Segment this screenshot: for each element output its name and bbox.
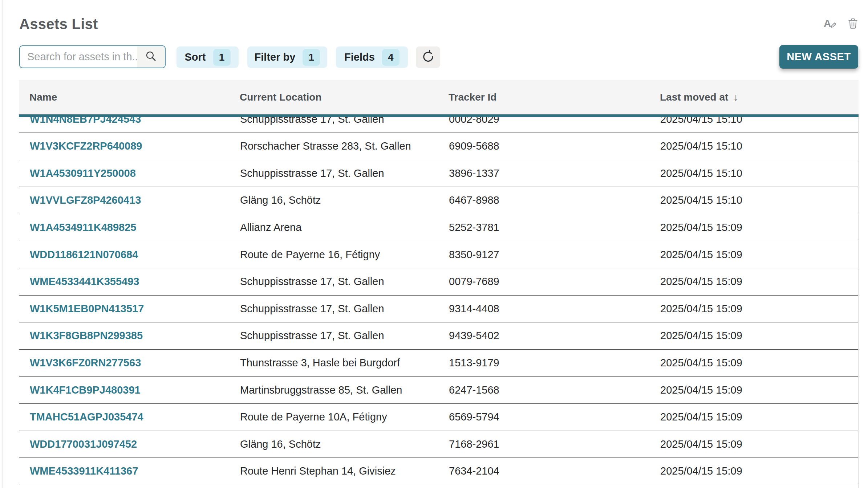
asset-name-link[interactable]: WDD1186121N070684 [19,249,240,261]
filter-by-button-label: Filter by [255,51,296,63]
asset-last-moved-at: 2025/04/15 15:09 [660,384,858,396]
asset-current-location: Route de Payerne 16, Fétigny [240,249,449,261]
assets-table: Name Current Location Tracker Id Last mo… [19,80,859,488]
rename-asset-button[interactable]: A [824,17,837,30]
asset-last-moved-at: 2025/04/15 15:09 [660,357,858,369]
asset-last-moved-at: 2025/04/15 15:10 [660,194,858,206]
asset-tracker-id: 0002-8029 [449,117,660,125]
asset-tracker-id: 6467-8988 [449,194,660,206]
search-icon [145,50,157,64]
sort-count-badge: 1 [213,49,231,66]
search-button[interactable] [137,46,165,68]
asset-last-moved-at: 2025/04/15 15:09 [660,411,858,423]
asset-name-link[interactable]: W1VVLGFZ8P4260413 [19,194,240,206]
asset-current-location: Martinsbruggstrasse 85, St. Gallen [240,384,449,396]
table-row: WDD1770031J097452Gläng 16, Schötz7168-29… [19,431,858,458]
table-row: W1A4530911Y250008Schuppisstrasse 17, St.… [19,160,858,187]
table-row: W1A4534911K489825Allianz Arena5252-37812… [19,214,858,241]
asset-current-location: Schuppisstrasse 17, St. Gallen [240,167,449,179]
asset-name-link[interactable]: W1A4530911Y250008 [19,167,240,179]
refresh-button[interactable] [416,46,440,68]
asset-name-link[interactable]: WDD1770031J097452 [19,438,240,450]
table-row: WDD1186121N070684Route de Payerne 16, Fé… [19,241,858,268]
table-row: TMAHC51AGPJ035474Route de Payerne 10A, F… [19,404,858,431]
asset-tracker-id: 6569-5794 [449,411,660,423]
table-row: W1K3F8GB8PN299385Schuppisstrasse 17, St.… [19,322,858,350]
sort-button-label: Sort [185,51,206,63]
column-header-current-location[interactable]: Current Location [240,92,449,103]
asset-tracker-id: 7634-2104 [449,465,660,477]
table-row: W1K4F1CB9PJ480391Martinsbruggstrasse 85,… [19,377,858,404]
table-row: WME4533441K355493Schuppisstrasse 17, St.… [19,268,858,296]
asset-tracker-id: 9314-4408 [449,303,660,315]
column-header-name[interactable]: Name [19,92,240,103]
asset-tracker-id: 5252-3781 [449,221,660,233]
new-asset-button[interactable]: NEW ASSET [779,45,858,69]
table-row: W1K5M1EB0PN413517Schuppisstrasse 17, St.… [19,296,858,323]
panel-divider [3,0,3,488]
search-box [19,45,166,68]
asset-current-location: Route Henri Stephan 14, Givisiez [240,465,449,477]
asset-name-link[interactable]: TMAHC51AGPJ035474 [19,411,240,423]
table-row: W1N4N8EB7PJ424543Schuppisstrasse 17, St.… [19,117,858,133]
column-header-last-moved-label: Last moved at [660,92,728,103]
refresh-icon [421,50,435,65]
table-rows: W1N4N8EB7PJ424543Schuppisstrasse 17, St.… [19,117,859,488]
asset-current-location: Allianz Arena [240,221,449,233]
asset-name-link[interactable]: WME4533441K355493 [19,276,240,288]
svg-text:A: A [824,18,831,29]
asset-last-moved-at: 2025/04/15 15:09 [660,303,858,315]
asset-tracker-id: 6909-5688 [449,140,660,152]
asset-name-link[interactable]: W1V3KCFZ2RP640089 [19,140,240,152]
asset-current-location: Rorschacher Strasse 283, St. Gallen [240,140,449,152]
table-header: Name Current Location Tracker Id Last mo… [19,80,859,117]
asset-name-link[interactable]: W1K5M1EB0PN413517 [19,303,240,315]
fields-button-label: Fields [344,51,375,63]
asset-last-moved-at: 2025/04/15 15:09 [660,465,858,477]
asset-last-moved-at: 2025/04/15 15:10 [660,117,858,125]
asset-name-link[interactable]: WME4533911K411367 [19,465,240,477]
asset-name-link[interactable]: W1K4F1CB9PJ480391 [19,384,240,396]
asset-name-link[interactable]: W1N4N8EB7PJ424543 [19,117,240,125]
asset-current-location: Schuppisstrasse 17, St. Gallen [240,276,449,288]
asset-tracker-id: 1513-9179 [449,357,660,369]
asset-last-moved-at: 2025/04/15 15:09 [660,438,858,450]
asset-last-moved-at: 2025/04/15 15:09 [660,249,858,261]
assets-page: { "page": { "title": "Assets List" }, "h… [0,0,868,488]
asset-tracker-id: 6247-1568 [449,384,660,396]
search-input[interactable] [20,46,137,68]
asset-name-link[interactable]: W1A4534911K489825 [19,221,240,233]
asset-current-location: Schuppisstrasse 17, St. Gallen [240,303,449,315]
asset-tracker-id: 9439-5402 [449,330,660,342]
fields-button[interactable]: Fields 4 [336,46,408,68]
page-title: Assets List [19,16,98,32]
asset-name-link[interactable]: W1V3K6FZ0RN277563 [19,357,240,369]
rename-icon: A [824,17,837,30]
asset-current-location: Gläng 16, Schötz [240,194,449,206]
filter-by-button[interactable]: Filter by 1 [247,46,327,68]
asset-last-moved-at: 2025/04/15 15:09 [660,330,858,342]
sort-desc-icon: ↓ [733,92,738,103]
column-header-tracker-id[interactable]: Tracker Id [449,92,660,103]
sort-button[interactable]: Sort 1 [177,46,239,68]
table-row: W1V3KCFZ2RP640089Rorschacher Strasse 283… [19,133,858,160]
asset-tracker-id: 0079-7689 [449,276,660,288]
header-actions: A [824,17,858,30]
asset-last-moved-at: 2025/04/15 15:10 [660,167,858,179]
fields-count-badge: 4 [382,49,399,66]
table-row: W1VVLGFZ8P4260413Gläng 16, Schötz6467-89… [19,187,858,214]
asset-current-location: Gläng 16, Schötz [240,438,449,450]
asset-last-moved-at: 2025/04/15 15:10 [660,140,858,152]
asset-current-location: Route de Payerne 10A, Fétigny [240,411,449,423]
asset-current-location: Schuppisstrasse 17, St. Gallen [240,117,449,125]
asset-tracker-id: 3896-1337 [449,167,660,179]
delete-asset-button[interactable] [848,18,858,30]
filter-count-badge: 1 [303,49,320,66]
asset-name-link[interactable]: W1K3F8GB8PN299385 [19,330,240,342]
asset-tracker-id: 7168-2961 [449,438,660,450]
asset-current-location: Schuppisstrasse 17, St. Gallen [240,330,449,342]
asset-current-location: Thunstrasse 3, Hasle bei Burgdorf [240,357,449,369]
trash-icon [848,18,858,30]
column-header-last-moved-at[interactable]: Last moved at↓ [660,92,859,103]
table-row: WME4533911K411367Route Henri Stephan 14,… [19,458,858,485]
